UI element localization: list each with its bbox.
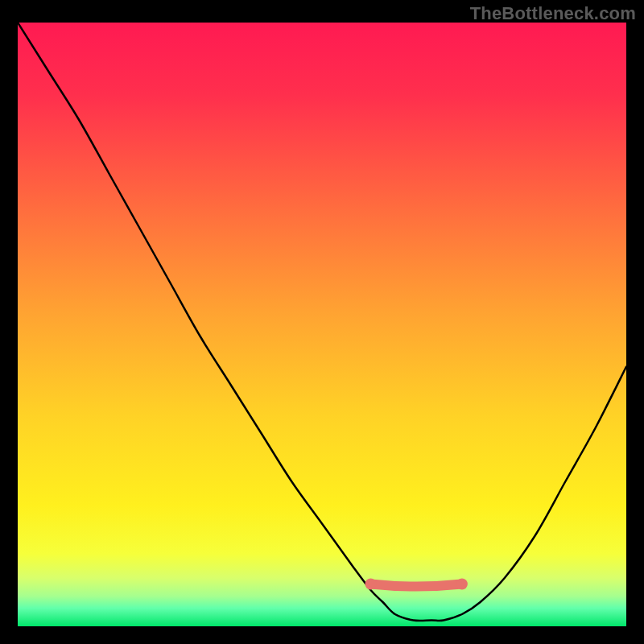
plot-area <box>18 23 626 626</box>
optimal-range-band <box>370 584 461 587</box>
plot-svg <box>18 23 626 626</box>
optimal-range-start-dot <box>365 579 376 590</box>
chart-stage: TheBottleneck.com <box>0 0 644 644</box>
watermark-text: TheBottleneck.com <box>470 3 636 24</box>
optimal-range-end-dot <box>456 579 468 590</box>
